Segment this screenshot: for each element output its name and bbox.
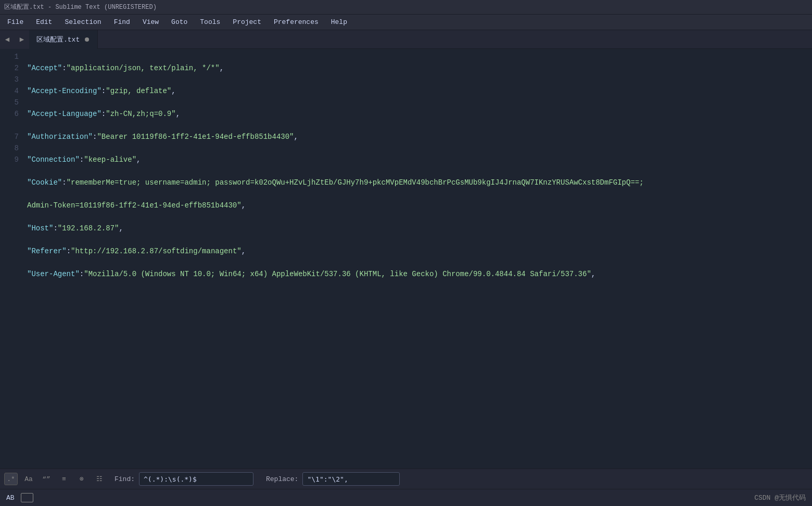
menu-help[interactable]: Help (326, 16, 352, 28)
tab-nav-prev[interactable]: ◀ (0, 30, 15, 49)
info-bar: AB CSDN @无惧代码 (0, 489, 812, 506)
find-label: Find: (115, 475, 135, 483)
info-left: AB (6, 493, 33, 502)
find-replace-bar: .* Aa “” ≡ ⊗ ☷ Find: Replace: (0, 469, 812, 489)
tab-nav-next[interactable]: ▶ (15, 30, 29, 49)
tab-file[interactable]: 区域配置.txt (29, 30, 98, 49)
info-right: CSDN @无惧代码 (754, 493, 806, 502)
menu-tools[interactable]: Tools (195, 16, 225, 28)
menu-goto[interactable]: Goto (166, 16, 193, 28)
title-bar: 区域配置.txt - Sublime Text (UNREGISTERED) (0, 0, 812, 15)
regex-toggle-button[interactable]: .* (4, 473, 18, 485)
editor[interactable]: 1 2 3 4 5 6 7 8 9 "Accept":"application/… (0, 49, 812, 469)
whole-word-button[interactable]: “” (40, 473, 53, 485)
status-bar: .* Aa “” ≡ ⊗ ☷ Find: Replace: AB CSDN @无… (0, 469, 812, 506)
context-button[interactable]: ⊗ (75, 473, 88, 485)
code-content[interactable]: "Accept":"application/json, text/plain, … (25, 49, 812, 469)
selection-box (21, 493, 33, 502)
highlight-button[interactable]: ☷ (93, 473, 106, 485)
case-sensitive-button[interactable]: Aa (22, 473, 35, 485)
wrap-button[interactable]: ≡ (57, 473, 71, 485)
code-area[interactable]: 1 2 3 4 5 6 7 8 9 "Accept":"application/… (0, 49, 812, 469)
menu-find[interactable]: Find (109, 16, 135, 28)
replace-input[interactable] (302, 472, 400, 486)
menu-view[interactable]: View (137, 16, 164, 28)
tab-label: 区域配置.txt (36, 35, 80, 44)
menu-selection[interactable]: Selection (59, 16, 106, 28)
tab-modified-dot (85, 37, 89, 42)
encoding-text: AB (6, 494, 15, 502)
title-text: 区域配置.txt - Sublime Text (UNREGISTERED) (4, 3, 157, 11)
find-input[interactable] (139, 472, 253, 486)
menu-bar: File Edit Selection Find View Goto Tools… (0, 15, 812, 30)
menu-project[interactable]: Project (227, 16, 267, 28)
replace-label: Replace: (266, 475, 298, 483)
menu-edit[interactable]: Edit (31, 16, 57, 28)
tab-bar: ◀ ▶ 区域配置.txt (0, 30, 812, 49)
menu-preferences[interactable]: Preferences (269, 16, 324, 28)
line-numbers: 1 2 3 4 5 6 7 8 9 (0, 49, 25, 469)
menu-file[interactable]: File (2, 16, 29, 28)
